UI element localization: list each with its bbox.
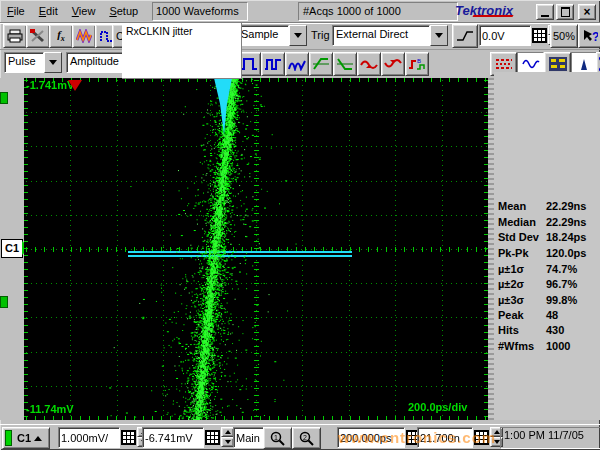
menu-file[interactable]: File [0,3,32,19]
tools-icon [30,29,46,43]
acquisition-mode-value: Sample [237,25,289,46]
measure-category-combo[interactable]: Pulse [4,52,62,73]
stat-row-mu2sigma: µ±2σ96.7% [498,278,598,290]
acquisition-mode-dropdown[interactable] [289,25,307,46]
setup-tools-button[interactable] [26,24,50,48]
spin-down-icon [225,440,231,444]
neg-jitter-icon [384,57,402,71]
math-button[interactable]: fx [49,24,73,48]
horizontal-position-group: 21.700n [417,427,503,448]
measure-category-value: Pulse [4,52,44,73]
slope-icon [456,30,474,42]
keypad-icon[interactable] [205,430,220,445]
marker-tick-top [0,92,8,104]
minimize-button[interactable] [536,4,554,20]
stat-label: #Wfms [498,340,546,352]
stat-value: 74.7% [546,263,577,275]
negative-jitter-button[interactable] [381,52,405,76]
vertical-scale-field[interactable]: 1.000mV/ [58,427,120,448]
stat-value: 99.8% [546,294,577,306]
waveform-canvas[interactable] [24,78,488,420]
restore-icon [561,7,570,17]
keypad-icon[interactable] [121,430,136,445]
zoom-out-button[interactable]: 2 [292,427,321,449]
clock-status: 1:00 PM 11/7/05 [500,427,600,449]
keypad-icon[interactable] [474,430,489,445]
vertical-scale-group: 1.000mV/ [58,427,150,448]
frequency-button[interactable] [285,52,309,76]
context-help-button[interactable]: ? [578,24,600,48]
measure-category-dropdown[interactable] [44,52,62,73]
spin-up-icon [494,430,500,434]
spin-down-icon [494,440,500,444]
trig-label: Trig [311,29,330,41]
stat-value: 18.24ps [546,231,586,243]
stat-row-median: Median22.29ns [498,216,598,228]
waveform-database-button[interactable] [72,24,96,48]
trigger-position-button[interactable]: 50% [550,24,578,48]
trigger-level-group: 0.0V [479,25,561,46]
pos-jitter-icon [360,57,378,71]
toolbar-main: fx C Sample Trig External Direct [0,23,600,50]
rise-time-icon [312,57,330,71]
waveform-display[interactable]: -1.741mV -11.74mV 200.0ps/div [24,78,488,420]
horizontal-scale-label: 200.0ps/div [408,401,467,413]
channel-marker[interactable]: C1 [1,239,23,258]
cycle-stats-button[interactable]: B [405,52,429,76]
rise-time-button[interactable] [309,52,333,76]
horizontal-scale-field[interactable]: 200.000ps [337,427,405,448]
stat-label: µ±1σ [498,263,546,275]
horizontal-scale-value: 200.000ps [340,432,391,444]
stat-row-pkpk: Pk-Pk120.0ps [498,247,598,259]
channel-select-label: C1 [17,432,31,444]
period-button[interactable] [261,52,285,76]
svg-text:B: B [417,58,421,64]
stat-value: 22.29ns [546,200,586,212]
spin-up-icon [225,430,231,434]
keypad-icon[interactable] [532,28,547,43]
fall-time-button[interactable] [333,52,357,76]
restore-button[interactable] [556,4,574,20]
timebase-value: Main [236,432,260,444]
menu-view[interactable]: View [65,3,103,19]
eye-diagram-icon [495,57,513,71]
menu-edit[interactable]: Edit [32,3,65,19]
menu-setup[interactable]: Setup [102,3,145,19]
close-button[interactable]: × [578,4,596,20]
vertical-offset-group: -6.741mV [142,427,234,448]
stat-label: Hits [498,324,546,336]
trigger-source-combo[interactable]: External Direct [332,25,448,46]
period-icon [264,57,282,71]
trigger-level-field[interactable]: 0.0V [479,25,531,46]
vertical-offset-field[interactable]: -6.741mV [142,427,204,448]
trigger-source-dropdown[interactable] [430,25,448,46]
clock-status-text: 1:00 PM 11/7/05 [504,429,584,441]
stat-label: µ±2σ [498,278,546,290]
svg-text:2: 2 [303,434,307,441]
stat-row-mu1sigma: µ±1σ74.7% [498,263,598,275]
svg-text:1: 1 [274,434,278,441]
acqs-counter: #Acqs 1000 of 1000 [298,2,458,21]
timebase-field[interactable]: Main [233,427,267,448]
menu-bar: File Edit View Setup Utilities Help 1000… [0,0,600,23]
vertical-scale-value: 1.000mV/ [61,432,108,444]
trigger-marker-icon[interactable] [68,80,82,91]
zoom-in-button[interactable]: 1 [263,427,292,449]
close-icon: × [583,7,590,17]
waveform-count-box: 1000 Waveforms [152,2,248,21]
acquisition-mode-combo[interactable]: Sample [237,25,307,46]
chevron-up-icon [34,436,42,441]
stat-label: Pk-Pk [498,247,546,259]
trigger-slope-button[interactable] [452,24,478,48]
horizontal-position-field[interactable]: 21.700n [417,427,473,448]
positive-jitter-button[interactable] [357,52,381,76]
stat-label: Std Dev [498,231,546,243]
stat-value: 430 [546,324,564,336]
cycle-stats-icon: B [408,57,426,71]
readout-panel: Waveform C1 1.000mV/div WfmDB1 (Main C1 … [494,72,600,420]
stat-value: 96.7% [546,278,577,290]
channel-marker-label: C1 [5,242,19,254]
print-button[interactable] [3,24,27,48]
channel-select-button[interactable]: C1 [2,427,50,449]
marker-tick-bottom [0,296,8,308]
